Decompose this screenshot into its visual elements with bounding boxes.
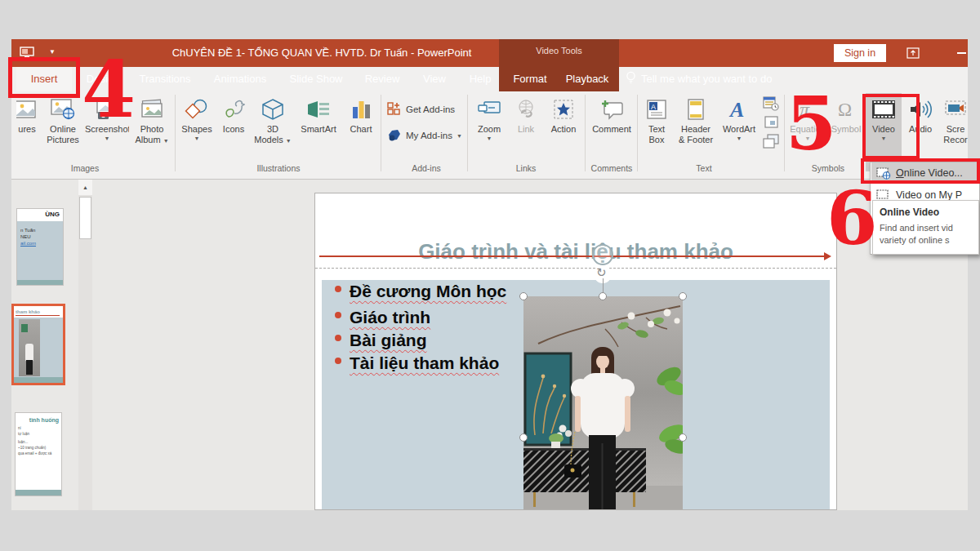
red-arrow-shape[interactable] bbox=[319, 256, 824, 257]
tab-playback[interactable]: Playback bbox=[557, 67, 617, 91]
online-pictures-button[interactable]: Online Pictures bbox=[42, 95, 83, 170]
3d-models-caret-icon: ▼ bbox=[286, 138, 292, 144]
online-video-tooltip: Online Video Find and insert vid variety… bbox=[872, 200, 979, 255]
bullet-item[interactable]: Bài giảng bbox=[335, 331, 427, 353]
chart-button[interactable]: Chart bbox=[343, 95, 379, 170]
chart-icon bbox=[343, 95, 379, 124]
screenshot-caret-icon: ▼ bbox=[85, 135, 129, 142]
bullet-item[interactable]: Giáo trình bbox=[335, 308, 430, 331]
zoom-icon bbox=[470, 95, 508, 124]
annotation-box-online-video bbox=[861, 158, 980, 184]
ribbon-display-options-icon[interactable] bbox=[906, 47, 920, 59]
tab-review[interactable]: Review bbox=[358, 67, 407, 91]
tab-transitions[interactable]: Transitions bbox=[132, 67, 198, 91]
qat-customize-caret-icon[interactable]: ▼ bbox=[49, 48, 56, 56]
group-label-comments: Comments bbox=[588, 163, 635, 173]
pictures-icon bbox=[13, 95, 41, 124]
get-add-ins-icon bbox=[387, 102, 402, 117]
shapes-button[interactable]: Shapes ▼ bbox=[178, 95, 216, 170]
bullet-dot-icon bbox=[335, 312, 341, 318]
photo-album-icon bbox=[131, 95, 173, 124]
contextual-tab-group-label: Video Tools bbox=[499, 46, 619, 56]
group-label-links: Links bbox=[501, 163, 550, 173]
annotation-box-insert-tab bbox=[8, 57, 80, 98]
minimize-button[interactable] bbox=[957, 52, 966, 54]
wordart-button[interactable]: A WordArt ▼ bbox=[719, 95, 760, 170]
zoom-button[interactable]: Zoom ▼ bbox=[470, 95, 508, 170]
link-button[interactable]: Link bbox=[510, 95, 542, 170]
zoom-caret-icon: ▼ bbox=[470, 135, 508, 142]
group-label-addins: Add-ins bbox=[389, 163, 464, 173]
slide-thumbnail-2-selected[interactable]: tham khảo bbox=[11, 304, 65, 385]
bullet-item[interactable]: Tài liệu tham khảo bbox=[335, 353, 499, 376]
shapes-icon bbox=[178, 95, 216, 124]
online-pictures-icon bbox=[42, 95, 83, 124]
3d-models-icon bbox=[252, 95, 294, 124]
bullet-dot-icon bbox=[335, 335, 341, 341]
text-box-button[interactable]: A Text Box bbox=[640, 95, 673, 170]
my-add-ins-button[interactable]: My Add-ins ▼ bbox=[387, 126, 462, 145]
wordart-icon: A bbox=[719, 95, 760, 124]
resize-handle-top-right[interactable] bbox=[679, 292, 687, 300]
slide-title[interactable]: Giáo trình và tài liệu tham khảo bbox=[315, 239, 836, 264]
action-icon bbox=[544, 95, 583, 124]
title-bar: ▼ ChUYÊN ĐỀ 1- TỔNG QUAN VỀ. HVTD. Dr Tu… bbox=[11, 39, 968, 67]
document-title: ChUYÊN ĐỀ 1- TỔNG QUAN VỀ. HVTD. Dr Tuấn… bbox=[126, 47, 518, 59]
rotate-handle-icon[interactable]: ↻ bbox=[596, 265, 607, 280]
svg-text:A: A bbox=[728, 98, 744, 121]
slide-thumbnail-1[interactable]: ÙNG n Tuấn NEU ail.com bbox=[16, 208, 64, 286]
scrollbar-thumb[interactable] bbox=[79, 197, 91, 239]
pictures-button[interactable]: ures bbox=[13, 95, 41, 170]
svg-text:A: A bbox=[651, 103, 656, 111]
action-button[interactable]: Action bbox=[544, 95, 583, 170]
selected-photo[interactable] bbox=[523, 296, 683, 510]
annotation-number-5: 5 bbox=[786, 87, 837, 160]
lightbulb-icon bbox=[626, 71, 636, 85]
editing-area: ÙNG n Tuấn NEU ail.com tham khảo tình hu… bbox=[11, 180, 968, 510]
sign-in-button[interactable]: Sign in bbox=[834, 44, 886, 62]
bullet-dot-icon bbox=[335, 358, 341, 364]
smartart-button[interactable]: SmartArt bbox=[296, 95, 341, 170]
get-add-ins-button[interactable]: Get Add-ins bbox=[387, 100, 455, 119]
tab-view[interactable]: View bbox=[413, 67, 456, 91]
header-footer-button[interactable]: Header & Footer bbox=[675, 95, 717, 170]
resize-handle-top-left[interactable] bbox=[519, 292, 528, 300]
slide-canvas[interactable]: Giáo trình và tài liệu tham khảo Đề cươn… bbox=[314, 193, 837, 510]
object-icon[interactable] bbox=[763, 134, 779, 149]
slide-thumbnail-3[interactable]: tình huống ní tự luận luận... ~10 trang … bbox=[15, 412, 62, 496]
text-box-icon: A bbox=[640, 95, 673, 124]
shapes-caret-icon: ▼ bbox=[178, 135, 216, 142]
resize-handle-middle-left[interactable] bbox=[519, 433, 528, 442]
tab-slide-show[interactable]: Slide Show bbox=[281, 67, 351, 91]
my-add-ins-icon bbox=[387, 129, 402, 142]
tab-format[interactable]: Format bbox=[505, 67, 555, 91]
3d-models-button[interactable]: 3D Models ▼ bbox=[252, 95, 294, 170]
photo-album-caret-icon: ▼ bbox=[163, 138, 169, 144]
tell-me-label: Tell me what you want to do bbox=[641, 73, 772, 85]
resize-handle-top-center[interactable] bbox=[599, 292, 607, 300]
icons-icon bbox=[217, 95, 250, 124]
photo-album-button[interactable]: Photo Album ▼ bbox=[131, 95, 173, 170]
slide-number-icon[interactable] bbox=[764, 116, 778, 128]
tab-animations[interactable]: Animations bbox=[206, 67, 274, 91]
header-footer-icon bbox=[675, 95, 717, 124]
annotation-number-6: 6 bbox=[826, 181, 878, 255]
date-time-icon[interactable] bbox=[763, 96, 779, 111]
comment-icon bbox=[588, 95, 635, 124]
tab-help[interactable]: Help bbox=[461, 67, 500, 91]
thumbnail-scrollbar[interactable]: ▲ bbox=[78, 180, 92, 510]
smartart-icon bbox=[296, 95, 341, 124]
annotation-number-4: 4 bbox=[82, 51, 136, 128]
scrollbar-up-arrow-icon[interactable]: ▲ bbox=[78, 180, 92, 195]
svg-text:Ω: Ω bbox=[838, 100, 852, 120]
comment-button[interactable]: Comment bbox=[588, 95, 635, 170]
resize-handle-middle-right[interactable] bbox=[679, 433, 687, 442]
bullet-item[interactable]: Đề cương Môn học bbox=[335, 282, 506, 304]
placeholder-dashed-line bbox=[315, 268, 836, 269]
icons-button[interactable]: Icons bbox=[217, 95, 250, 170]
screen-recording-icon bbox=[939, 95, 972, 124]
tell-me-box[interactable]: Tell me what you want to do bbox=[626, 67, 772, 91]
link-icon bbox=[510, 95, 542, 124]
annotation-box-video-button bbox=[862, 94, 920, 159]
rotate-ring bbox=[592, 244, 613, 265]
